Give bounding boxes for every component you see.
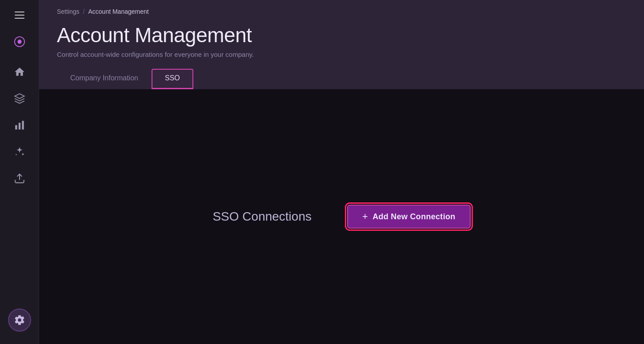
main-content: Settings / Account Management Account Ma… — [39, 0, 644, 344]
sidebar-item-analytics[interactable] — [8, 114, 31, 137]
tab-bar: Company Information SSO — [57, 69, 626, 89]
page-header: Settings / Account Management Account Ma… — [39, 0, 644, 89]
sso-connections-section: SSO Connections + Add New Connection — [212, 205, 470, 229]
sidebar-item-3d[interactable] — [8, 87, 31, 110]
svg-point-1 — [17, 40, 21, 43]
app-logo — [10, 32, 29, 51]
add-new-connection-button[interactable]: + Add New Connection — [347, 205, 471, 229]
sidebar-bottom — [8, 308, 31, 339]
tab-sso[interactable]: SSO — [152, 69, 193, 89]
svg-rect-3 — [18, 123, 20, 130]
sidebar-item-upload[interactable] — [8, 167, 31, 190]
sso-connections-title: SSO Connections — [212, 210, 312, 224]
breadcrumb-current: Account Management — [88, 8, 148, 15]
sidebar-item-ai[interactable] — [8, 140, 31, 163]
add-connection-label: Add New Connection — [372, 212, 455, 221]
sidebar — [0, 0, 39, 344]
page-subtitle: Control account-wide configurations for … — [57, 51, 626, 58]
svg-rect-4 — [22, 121, 24, 130]
sso-content-area: SSO Connections + Add New Connection — [39, 89, 644, 344]
sidebar-settings-button[interactable] — [8, 308, 31, 332]
breadcrumb: Settings / Account Management — [57, 8, 626, 15]
sidebar-item-home[interactable] — [8, 60, 31, 83]
page-title: Account Management — [57, 23, 626, 47]
breadcrumb-root[interactable]: Settings — [57, 8, 80, 15]
svg-rect-2 — [15, 125, 17, 130]
tab-company-information[interactable]: Company Information — [57, 69, 152, 89]
sidebar-nav — [8, 60, 31, 308]
breadcrumb-separator: / — [83, 8, 85, 15]
plus-icon: + — [362, 212, 368, 221]
menu-button[interactable] — [10, 5, 29, 25]
